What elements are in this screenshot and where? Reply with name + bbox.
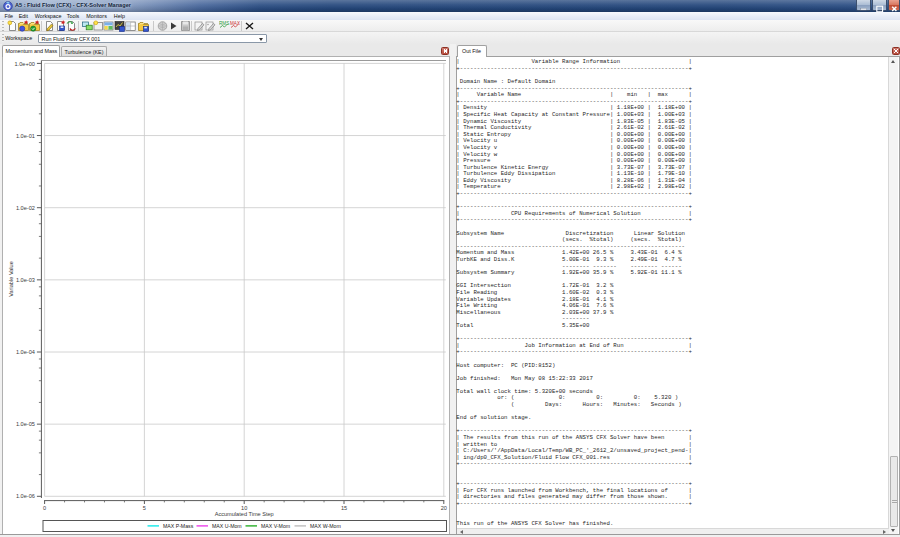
svg-text:MAX V-Mom: MAX V-Mom: [261, 523, 290, 529]
svg-text:MAX: MAX: [230, 21, 240, 26]
svg-text:RMS: RMS: [219, 21, 229, 26]
svg-text:1.0e-04: 1.0e-04: [16, 349, 35, 355]
svg-text:1.0e-06: 1.0e-06: [16, 493, 35, 499]
svg-text:1.0e-02: 1.0e-02: [16, 205, 35, 211]
svg-text:20: 20: [441, 505, 447, 511]
svg-text:Accumulated Time Step: Accumulated Time Step: [215, 511, 274, 517]
svg-text:1.0e+00: 1.0e+00: [15, 61, 35, 67]
svg-text:5: 5: [143, 505, 146, 511]
svg-text:MAX P-Mass: MAX P-Mass: [163, 523, 194, 529]
svg-text:1.0e-01: 1.0e-01: [16, 133, 35, 139]
svg-text:MAX W-Mom: MAX W-Mom: [310, 523, 341, 529]
svg-text:MAX U-Mom: MAX U-Mom: [212, 523, 242, 529]
svg-text:0: 0: [43, 505, 46, 511]
svg-text:1.0e-03: 1.0e-03: [16, 277, 35, 283]
svg-text:15: 15: [341, 505, 347, 511]
svg-text:1.0e-05: 1.0e-05: [16, 421, 35, 427]
svg-text:Variable Value: Variable Value: [8, 261, 14, 297]
